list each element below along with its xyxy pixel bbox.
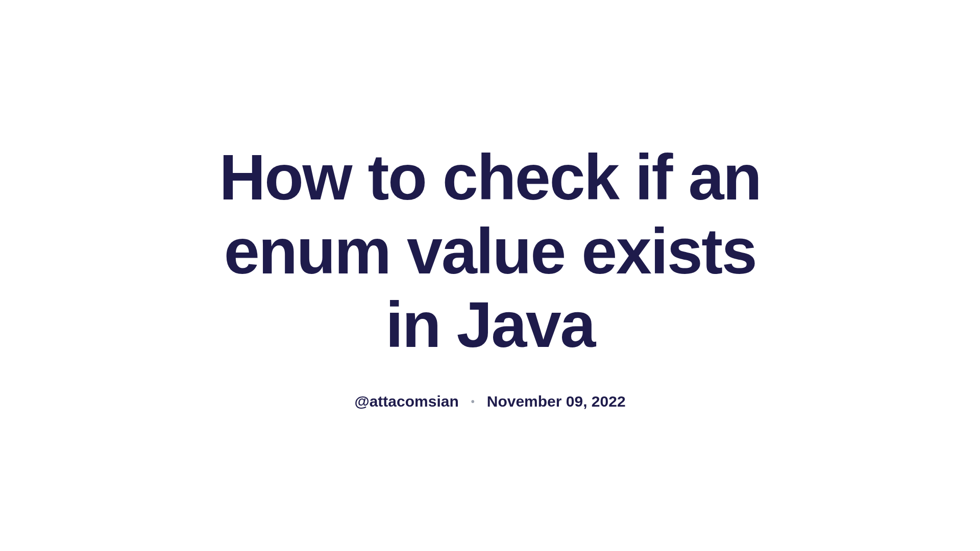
article-title: How to check if an enum value exists in … bbox=[204, 141, 776, 363]
article-date: November 09, 2022 bbox=[487, 393, 626, 410]
meta-separator: • bbox=[471, 396, 475, 408]
article-header: How to check if an enum value exists in … bbox=[184, 141, 796, 411]
article-meta: @attacomsian • November 09, 2022 bbox=[354, 393, 625, 410]
article-author: @attacomsian bbox=[354, 393, 458, 410]
